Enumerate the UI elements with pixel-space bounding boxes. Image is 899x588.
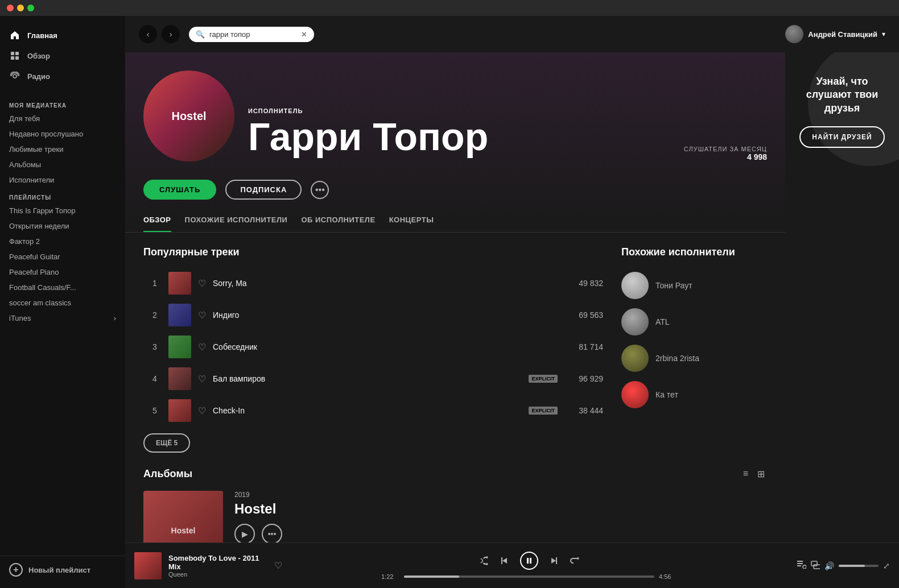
- search-bar[interactable]: 🔍 ✕: [189, 27, 314, 42]
- svg-rect-3: [15, 56, 19, 60]
- table-row[interactable]: 3 ♡ Собеседник 81 714: [143, 331, 608, 363]
- more-options-button[interactable]: •••: [311, 181, 329, 199]
- friends-text: Узнай, что слушают твои друзья: [797, 75, 888, 115]
- grid-view-button[interactable]: ⊞: [755, 466, 767, 482]
- sidebar-item-soccer[interactable]: soccer am classics: [0, 295, 125, 310]
- next-button[interactable]: [550, 556, 559, 565]
- sidebar-item-browse[interactable]: Обзор: [0, 45, 125, 66]
- back-button[interactable]: ‹: [139, 25, 157, 43]
- play-pause-button[interactable]: [520, 552, 538, 570]
- tab-about[interactable]: ОБ ИСПОЛНИТЕЛЕ: [301, 209, 375, 232]
- titlebar: [0, 0, 899, 16]
- sidebar-item-recently-played[interactable]: Недавно прослушано: [0, 126, 125, 142]
- list-item[interactable]: ATL: [621, 304, 767, 340]
- track-name: Sorry, Ma: [213, 279, 562, 288]
- list-item[interactable]: Тони Раут: [621, 267, 767, 304]
- sidebar-item-peaceful-guitar[interactable]: Peaceful Guitar: [0, 249, 125, 264]
- tab-concerts[interactable]: КОНЦЕРТЫ: [389, 209, 434, 232]
- table-row[interactable]: 1 ♡ Sorry, Ma 49 832: [143, 267, 608, 299]
- sidebar-item-browse-label: Обзор: [27, 52, 50, 60]
- volume-bar[interactable]: [839, 565, 879, 567]
- total-time: 4:56: [659, 573, 677, 580]
- svg-rect-5: [527, 558, 529, 564]
- album-play-button[interactable]: ▶: [234, 524, 255, 543]
- list-item[interactable]: 2rbina 2rista: [621, 340, 767, 376]
- sidebar-item-albums[interactable]: Альбомы: [0, 157, 125, 172]
- track-name: Собеседник: [213, 342, 562, 351]
- track-plays: 38 444: [569, 406, 603, 415]
- album-more-button[interactable]: •••: [262, 524, 282, 543]
- listeners-count: 4 998: [684, 152, 767, 162]
- browse-icon: [9, 50, 20, 61]
- progress-bar[interactable]: [404, 575, 654, 578]
- radio-icon: [9, 71, 20, 82]
- svg-rect-8: [797, 563, 803, 564]
- artist-header: Hostel ИСПОЛНИТЕЛЬ Гарри Топор СЛУШАТЕЛИ…: [125, 52, 785, 171]
- prev-button[interactable]: [500, 556, 509, 565]
- forward-button[interactable]: ›: [162, 25, 180, 43]
- player-like-icon[interactable]: ♡: [274, 560, 282, 571]
- sidebar-item-factor2[interactable]: Фактор 2: [0, 234, 125, 249]
- home-icon: [9, 30, 20, 41]
- album-info: 2019 Hostel ▶ •••: [234, 491, 767, 543]
- list-item[interactable]: Ка тет: [621, 376, 767, 413]
- table-row[interactable]: 4 ♡ Бал вампиров EXPLICIT 96 929: [143, 363, 608, 395]
- right-panel: Узнай, что слушают твои друзья НАЙТИ ДРУ…: [785, 52, 899, 543]
- show-more-button[interactable]: ЕЩЁ 5: [143, 433, 190, 453]
- sidebar-item-for-you[interactable]: Для тебя: [0, 111, 125, 126]
- like-icon[interactable]: ♡: [198, 278, 206, 289]
- close-button[interactable]: [7, 5, 14, 11]
- similar-artists-section: Похожие исполнители Тони Раут ATL 2rbina…: [608, 246, 767, 453]
- subscribe-button[interactable]: ПОДПИСКА: [225, 180, 302, 200]
- table-row[interactable]: 5 ♡ Check-In EXPLICIT 38 444: [143, 395, 608, 426]
- sidebar-item-radio[interactable]: Радио: [0, 66, 125, 86]
- devices-button[interactable]: [811, 560, 820, 571]
- fullscreen-button[interactable]: [27, 5, 34, 11]
- listen-button[interactable]: СЛУШАТЬ: [143, 180, 216, 200]
- volume-button[interactable]: 🔊: [824, 561, 834, 570]
- minimize-button[interactable]: [17, 5, 24, 11]
- artist-image: Hostel: [143, 71, 234, 162]
- player-extra: 🔊 ⤢: [776, 560, 890, 571]
- track-number: 5: [148, 406, 162, 415]
- tab-similar[interactable]: ПОХОЖИЕ ИСПОЛНИТЕЛИ: [185, 209, 288, 232]
- search-input[interactable]: [209, 30, 289, 39]
- like-icon[interactable]: ♡: [198, 342, 206, 353]
- svg-rect-0: [11, 52, 14, 55]
- user-menu[interactable]: Андрей Ставицкий ▾: [785, 25, 885, 43]
- album-card[interactable]: Hostel 2019 Hostel ▶ •••: [143, 491, 767, 543]
- shuffle-button[interactable]: [479, 556, 488, 565]
- svg-rect-7: [797, 561, 803, 562]
- my-library-label: МОЯ МЕДИАТЕКА: [0, 96, 125, 111]
- sidebar-item-home[interactable]: Главная: [0, 25, 125, 45]
- sidebar-item-this-is[interactable]: This Is Гарри Топор: [0, 203, 125, 218]
- sidebar-item-peaceful-piano[interactable]: Peaceful Piano: [0, 264, 125, 280]
- like-icon[interactable]: ♡: [198, 405, 206, 416]
- user-menu-chevron: ▾: [882, 30, 885, 38]
- like-icon[interactable]: ♡: [198, 374, 206, 384]
- search-clear-icon[interactable]: ✕: [301, 30, 307, 39]
- popular-tracks-title: Популярные треки: [143, 246, 608, 258]
- popular-tracks-section: Популярные треки 1 ♡ Sorry, Ma 49 832 2 …: [143, 246, 608, 453]
- list-view-button[interactable]: ≡: [741, 466, 750, 482]
- albums-section: Альбомы ≡ ⊞ Hostel 2019 Hostel: [125, 466, 785, 543]
- queue-button[interactable]: [797, 561, 806, 570]
- sidebar-item-artists[interactable]: Исполнители: [0, 172, 125, 188]
- user-avatar: [785, 25, 803, 43]
- sidebar-item-itunes[interactable]: iTunes ›: [0, 310, 125, 326]
- find-friends-button[interactable]: НАЙТИ ДРУЗЕЙ: [799, 126, 884, 148]
- like-icon[interactable]: ♡: [198, 310, 206, 321]
- table-row[interactable]: 2 ♡ Индиго 69 563: [143, 299, 608, 331]
- listeners-info: СЛУШАТЕЛИ ЗА МЕСЯЦ 4 998: [684, 146, 767, 162]
- player-thumbnail: [134, 552, 162, 579]
- track-number: 3: [148, 342, 162, 351]
- sidebar-item-liked-songs[interactable]: Любимые треки: [0, 142, 125, 157]
- sidebar-item-football[interactable]: Football Casuals/F...: [0, 280, 125, 295]
- sidebar-item-discoveries[interactable]: Открытия недели: [0, 218, 125, 234]
- repeat-button[interactable]: [570, 556, 579, 565]
- tab-overview[interactable]: ОБЗОР: [143, 209, 171, 232]
- sidebar-item-radio-label: Радио: [27, 72, 50, 81]
- fullscreen-button[interactable]: ⤢: [883, 561, 890, 570]
- new-playlist-button[interactable]: + Новый плейлист: [9, 563, 116, 577]
- albums-title: Альбомы: [143, 468, 741, 480]
